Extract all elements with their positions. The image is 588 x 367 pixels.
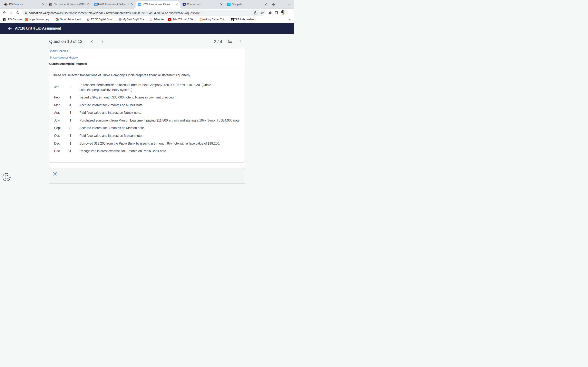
svg-text:3: 3 <box>228 42 229 43</box>
svg-text:#: # <box>228 3 230 6</box>
svg-text:C: C <box>26 18 27 21</box>
svg-text:WP: WP <box>138 4 141 5</box>
svg-text:WP: WP <box>95 4 97 5</box>
